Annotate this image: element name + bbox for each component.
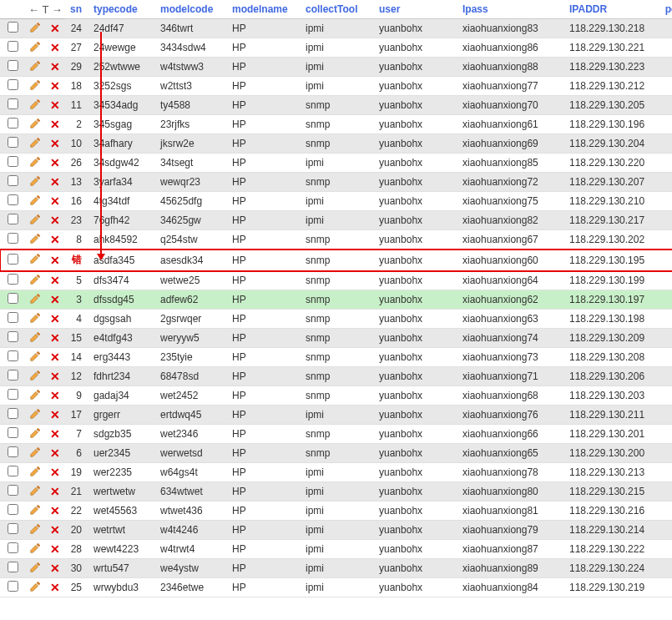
edit-icon[interactable] <box>29 233 41 244</box>
edit-icon[interactable] <box>29 370 41 381</box>
table-row[interactable]: ✕29252wtwwew4tstww3HPipmiyuanbohxxiaohua… <box>0 58 672 77</box>
edit-icon[interactable] <box>29 408 41 420</box>
col-header-collecttool[interactable]: collectTool <box>301 0 374 19</box>
row-select-checkbox[interactable] <box>8 427 18 438</box>
table-row[interactable]: ✕20wetrtwtw4t4246HPipmiyuanbohxxiaohuanx… <box>0 521 672 540</box>
row-select-checkbox[interactable] <box>8 22 18 33</box>
edit-icon[interactable] <box>29 41 41 53</box>
edit-icon[interactable] <box>29 312 41 324</box>
table-row[interactable]: ✕6uer2345werwetsdHPsnmpyuanbohxxiaohuanx… <box>0 444 672 463</box>
col-header-ipaddr[interactable]: IPADDR <box>564 0 658 19</box>
delete-icon[interactable]: ✕ <box>50 194 60 204</box>
edit-icon[interactable] <box>29 581 41 592</box>
edit-icon[interactable] <box>29 274 41 285</box>
delete-icon[interactable]: ✕ <box>50 389 60 399</box>
table-row[interactable]: ✕25wrwybdu32346etweHPipmiyuanbohxxiaohua… <box>0 578 672 597</box>
edit-icon[interactable] <box>29 79 41 91</box>
row-select-checkbox[interactable] <box>8 581 18 592</box>
delete-icon[interactable]: ✕ <box>50 523 60 533</box>
delete-icon[interactable]: ✕ <box>50 542 60 552</box>
table-row[interactable]: ✕164tg34tdf45625dfgHPipmiyuanbohxxiaohua… <box>0 192 672 211</box>
table-row[interactable]: ✕9gadaj34wet2452HPsnmpyuanbohxxiaohuanxi… <box>0 386 672 406</box>
table-row[interactable]: ✕183252sgsw2ttst3HPipmiyuanbohxxiaohuanx… <box>0 77 672 96</box>
delete-icon[interactable]: ✕ <box>50 504 60 514</box>
row-select-checkbox[interactable] <box>8 485 18 496</box>
row-select-checkbox[interactable] <box>8 446 18 457</box>
table-row[interactable]: ✕19wer2235w64gs4tHPipmiyuanbohxxiaohuanx… <box>0 463 672 482</box>
row-select-checkbox[interactable] <box>8 331 18 342</box>
edit-icon[interactable] <box>29 350 41 362</box>
row-select-checkbox[interactable] <box>8 389 18 400</box>
edit-icon[interactable] <box>29 562 41 573</box>
edit-icon[interactable] <box>29 137 41 149</box>
delete-icon[interactable]: ✕ <box>50 485 60 495</box>
row-select-checkbox[interactable] <box>8 156 18 167</box>
row-select-checkbox[interactable] <box>8 233 18 244</box>
edit-icon[interactable] <box>29 22 41 33</box>
table-row[interactable]: ✕15e4tdfg43weryyw5HPsnmpyuanbohxxiaohuan… <box>0 329 672 348</box>
table-row[interactable]: ✕4dgsgsah2gsrwqerHPsnmpyuanbohxxiaohuanx… <box>0 310 672 329</box>
table-row[interactable]: ✕2345sgag23rjfksHPsnmpyuanbohxxiaohuanxi… <box>0 115 672 134</box>
edit-icon[interactable] <box>29 60 41 72</box>
edit-icon[interactable] <box>29 253 41 265</box>
row-select-checkbox[interactable] <box>8 98 18 109</box>
table-row[interactable]: ✕3dfssdg45adfew62HPsnmpyuanbohxxiaohuanx… <box>0 290 672 310</box>
table-row[interactable]: ✕22wet45563wtwet436HPipmiyuanbohxxiaohua… <box>0 502 672 521</box>
delete-icon[interactable]: ✕ <box>50 98 60 108</box>
col-header-ipass[interactable]: Ipass <box>457 0 564 19</box>
col-header-typecode[interactable]: typecode <box>88 0 155 19</box>
table-row[interactable]: ✕错asdfa345asesdk34HPsnmpyuanbohxxiaohuan… <box>0 250 672 271</box>
col-header-sn[interactable]: sn <box>65 0 88 19</box>
row-select-checkbox[interactable] <box>8 370 18 381</box>
table-row[interactable]: ✕12fdhrt23468478sdHPsnmpyuanbohxxiaohuan… <box>0 367 672 386</box>
col-header-user[interactable]: user <box>374 0 457 19</box>
delete-icon[interactable]: ✕ <box>50 408 60 418</box>
table-row[interactable]: ✕17grgerrertdwq45HPipmiyuanbohxxiaohuanx… <box>0 406 672 425</box>
delete-icon[interactable]: ✕ <box>50 427 60 437</box>
row-select-checkbox[interactable] <box>8 118 18 129</box>
delete-icon[interactable]: ✕ <box>50 137 60 147</box>
edit-icon[interactable] <box>29 446 41 458</box>
delete-icon[interactable]: ✕ <box>50 350 60 360</box>
table-row[interactable]: ✕2424df47346twrtHPipmiyuanbohxxiaohuanxi… <box>0 19 672 38</box>
table-row[interactable]: ✕21wertwetw634wtwetHPipmiyuanbohxxiaohua… <box>0 482 672 502</box>
delete-icon[interactable]: ✕ <box>50 60 60 70</box>
table-row[interactable]: ✕1034afharyjksrw2eHPsnmpyuanbohxxiaohuan… <box>0 134 672 154</box>
row-select-checkbox[interactable] <box>8 542 18 553</box>
row-select-checkbox[interactable] <box>8 175 18 186</box>
table-row[interactable]: ✕8ahk84592q254stwHPsnmpyuanbohxxiaohuanx… <box>0 230 672 250</box>
row-select-checkbox[interactable] <box>8 523 18 534</box>
delete-icon[interactable]: ✕ <box>50 214 60 224</box>
edit-icon[interactable] <box>29 542 41 554</box>
delete-icon[interactable]: ✕ <box>50 331 60 341</box>
edit-icon[interactable] <box>29 156 41 168</box>
row-select-checkbox[interactable] <box>8 312 18 323</box>
col-header-modelcode[interactable]: modelcode <box>155 0 227 19</box>
edit-icon[interactable] <box>29 427 41 439</box>
delete-icon[interactable]: ✕ <box>50 370 60 380</box>
delete-icon[interactable]: ✕ <box>50 118 60 128</box>
edit-icon[interactable] <box>29 214 41 225</box>
delete-icon[interactable]: ✕ <box>50 293 60 303</box>
delete-icon[interactable]: ✕ <box>50 41 60 51</box>
table-row[interactable]: ✕28wewt4223w4trwt4HPipmiyuanbohxxiaohuan… <box>0 540 672 559</box>
row-select-checkbox[interactable] <box>8 504 18 515</box>
delete-icon[interactable]: ✕ <box>50 446 60 456</box>
edit-icon[interactable] <box>29 485 41 497</box>
delete-icon[interactable]: ✕ <box>50 254 60 264</box>
column-nav-arrows[interactable]: ← T → <box>28 3 63 16</box>
table-row[interactable]: ✕14erg3443235tyieHPsnmpyuanbohxxiaohuanx… <box>0 348 672 367</box>
delete-icon[interactable]: ✕ <box>50 175 60 185</box>
row-select-checkbox[interactable] <box>8 194 18 205</box>
row-select-checkbox[interactable] <box>8 562 18 572</box>
row-select-checkbox[interactable] <box>8 254 18 265</box>
edit-icon[interactable] <box>29 466 41 477</box>
delete-icon[interactable]: ✕ <box>50 581 60 591</box>
edit-icon[interactable] <box>29 175 41 187</box>
row-select-checkbox[interactable] <box>8 214 18 224</box>
delete-icon[interactable]: ✕ <box>50 22 60 32</box>
delete-icon[interactable]: ✕ <box>50 233 60 243</box>
table-row[interactable]: ✕2724wewge3434sdw4HPipmiyuanbohxxiaohuan… <box>0 38 672 58</box>
row-select-checkbox[interactable] <box>8 274 18 285</box>
table-row[interactable]: ✕2634sdgw4234tsegtHPipmiyuanbohxxiaohuan… <box>0 154 672 173</box>
